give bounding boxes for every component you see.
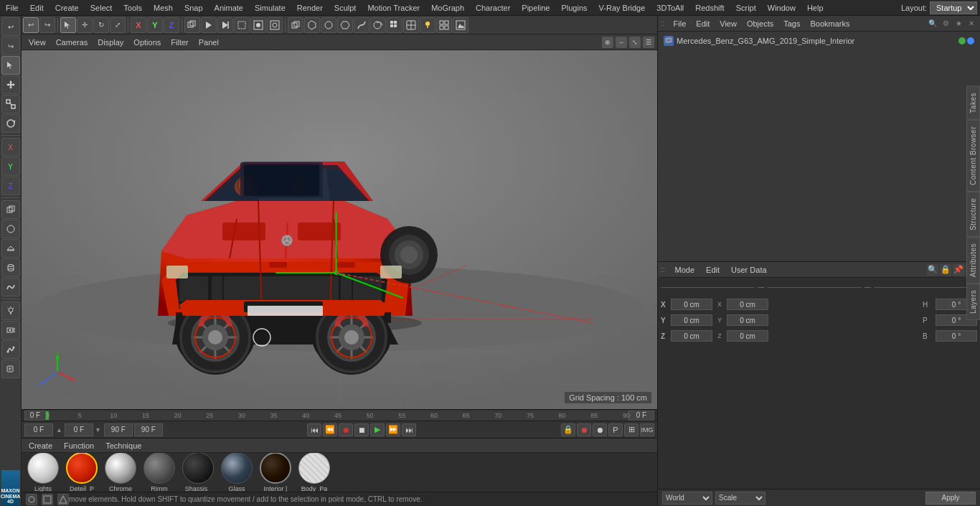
side-tab-takes[interactable]: Takes bbox=[966, 86, 980, 120]
material-item-glass[interactable]: Glass bbox=[220, 453, 254, 492]
obj-row-mercedes[interactable]: Mercedes_Benz_G63_AMG_2019_Simple_Interi… bbox=[661, 34, 977, 47]
playback-mode-toggle[interactable]: IMG bbox=[640, 423, 654, 436]
coord-world-select[interactable]: World bbox=[662, 492, 712, 505]
menu-sculpt[interactable]: Sculpt bbox=[329, 2, 362, 14]
material-item-lights[interactable]: Lights bbox=[26, 453, 60, 492]
menu-mograph[interactable]: MoGraph bbox=[425, 2, 470, 14]
material-item-bodypa[interactable]: Body_Pa bbox=[297, 453, 331, 492]
viewport-menu-display[interactable]: Display bbox=[93, 37, 128, 48]
plane-button[interactable] bbox=[1, 239, 20, 258]
menu-3dtoall[interactable]: 3DToAll bbox=[651, 2, 689, 14]
playback-play[interactable]: ▶ bbox=[370, 423, 385, 436]
viewport-menu-options[interactable]: Options bbox=[129, 37, 165, 48]
obj-bookmark-icon[interactable]: ★ bbox=[953, 18, 964, 29]
coord-z-pos-input-2[interactable] bbox=[727, 330, 768, 342]
tool-z[interactable]: Z bbox=[164, 17, 179, 33]
coord-apply-button[interactable]: Apply bbox=[925, 492, 976, 505]
menu-simulate[interactable]: Simulate bbox=[249, 2, 291, 14]
viewport-menu-view[interactable]: View bbox=[24, 37, 50, 48]
z-axis-button[interactable]: Z bbox=[1, 177, 20, 195]
obj-menu-view[interactable]: View bbox=[715, 18, 741, 29]
tool-select-live[interactable] bbox=[60, 17, 76, 33]
cylinder-button[interactable] bbox=[1, 258, 20, 277]
menu-redshift[interactable]: Redshift bbox=[689, 2, 730, 14]
tool-boole[interactable] bbox=[403, 17, 419, 33]
light-button[interactable] bbox=[1, 301, 20, 320]
tool-cube-prim[interactable] bbox=[288, 17, 303, 33]
move-tool-button[interactable] bbox=[1, 75, 20, 94]
menu-render[interactable]: Render bbox=[291, 2, 329, 14]
tool-render-view[interactable] bbox=[250, 17, 266, 33]
coord-b-input[interactable] bbox=[936, 330, 977, 342]
side-tab-layers[interactable]: Layers bbox=[966, 284, 980, 320]
tool-cloner[interactable] bbox=[387, 17, 402, 33]
attr-menu-edit[interactable]: Edit bbox=[702, 264, 724, 276]
statusbar-icon2[interactable] bbox=[42, 494, 53, 505]
playback-jump-end[interactable]: ⏭ bbox=[402, 423, 416, 436]
side-tab-structure[interactable]: Structure bbox=[966, 192, 980, 237]
tool-render2[interactable] bbox=[217, 17, 233, 33]
side-tab-content-browser[interactable]: Content Browser bbox=[966, 120, 980, 192]
tool-rotate[interactable]: ↻ bbox=[93, 17, 109, 33]
coord-y-pos-input-2[interactable] bbox=[727, 314, 768, 326]
menu-pipeline[interactable]: Pipeline bbox=[516, 2, 555, 14]
sphere-button[interactable] bbox=[1, 220, 20, 238]
tool-sphere-prim[interactable] bbox=[304, 17, 320, 33]
tool-frame-geo[interactable] bbox=[184, 17, 200, 33]
playback-stop[interactable]: ⏹ bbox=[354, 423, 369, 436]
menu-plugins[interactable]: Plugins bbox=[555, 2, 593, 14]
material-item-rimm[interactable]: Rimm bbox=[142, 453, 176, 492]
deformer-button[interactable] bbox=[1, 340, 20, 359]
tool-boolean[interactable] bbox=[370, 17, 386, 33]
playback-step-forward[interactable]: ⏩ bbox=[386, 423, 400, 436]
tool-grid-view[interactable] bbox=[436, 17, 452, 33]
viewport-icon-move[interactable]: ⊕ bbox=[602, 37, 613, 48]
viewport-icon-fullscreen[interactable]: ⤡ bbox=[629, 37, 641, 48]
camera-button[interactable] bbox=[1, 321, 20, 339]
material-item-deteilp[interactable]: Deteil_P bbox=[65, 453, 99, 492]
tool-y[interactable]: Y bbox=[147, 17, 163, 33]
statusbar-icon3[interactable] bbox=[57, 494, 69, 505]
tool-x[interactable]: X bbox=[131, 17, 146, 33]
menu-file[interactable]: File bbox=[0, 2, 24, 14]
viewport-menu-filter[interactable]: Filter bbox=[166, 37, 192, 48]
playback-end-frame[interactable] bbox=[104, 423, 133, 436]
obj-menu-file[interactable]: File bbox=[669, 18, 691, 29]
tool-light-prim[interactable] bbox=[420, 17, 435, 33]
cube-button[interactable] bbox=[1, 200, 20, 219]
attr-search-icon[interactable]: 🔍 bbox=[927, 264, 938, 276]
menu-script[interactable]: Script bbox=[730, 2, 762, 14]
coord-x-pos-input-2[interactable] bbox=[727, 299, 768, 310]
viewport-icon-expand[interactable]: ↔ bbox=[616, 37, 627, 48]
coord-x-pos-input[interactable] bbox=[671, 299, 712, 310]
rotate-tool-button[interactable] bbox=[1, 114, 20, 133]
playback-step-back[interactable]: ⏪ bbox=[323, 423, 337, 436]
menu-create[interactable]: Create bbox=[50, 2, 85, 14]
menu-character[interactable]: Character bbox=[470, 2, 516, 14]
obj-filter-icon[interactable]: ⚙ bbox=[940, 18, 951, 29]
tool-spline-pen[interactable] bbox=[354, 17, 369, 33]
y-axis-button[interactable]: Y bbox=[1, 157, 20, 176]
material-item-shassis[interactable]: Shassis_ bbox=[181, 453, 215, 492]
side-tab-attributes[interactable]: Attributes bbox=[966, 237, 980, 284]
select-tool-button[interactable] bbox=[1, 56, 20, 75]
x-axis-button[interactable]: X bbox=[1, 138, 20, 156]
coord-z-pos-input[interactable] bbox=[671, 330, 712, 342]
tool-redo[interactable]: ↪ bbox=[39, 17, 55, 33]
tool-undo[interactable]: ↩ bbox=[23, 17, 39, 33]
playback-jump-start[interactable]: ⏮ bbox=[307, 423, 321, 436]
viewport-icon-menu[interactable]: ☰ bbox=[643, 37, 654, 48]
obj-menu-objects[interactable]: Objects bbox=[743, 18, 778, 29]
viewport-menu-cameras[interactable]: Cameras bbox=[52, 37, 93, 48]
tag-button[interactable] bbox=[1, 360, 20, 378]
tool-scale[interactable]: ⤢ bbox=[110, 17, 126, 33]
scene-viewport[interactable] bbox=[22, 50, 657, 409]
redo-button[interactable]: ↪ bbox=[1, 37, 20, 55]
obj-menu-edit[interactable]: Edit bbox=[692, 18, 714, 29]
obj-menu-tags[interactable]: Tags bbox=[779, 18, 804, 29]
attr-lock-icon[interactable]: 🔒 bbox=[940, 264, 951, 276]
menu-snap[interactable]: Snap bbox=[179, 2, 209, 14]
playback-grid-toggle[interactable]: ⊞ bbox=[624, 423, 639, 436]
layout-select[interactable]: Startup bbox=[930, 1, 977, 14]
materials-menu-function[interactable]: Function bbox=[61, 440, 97, 451]
